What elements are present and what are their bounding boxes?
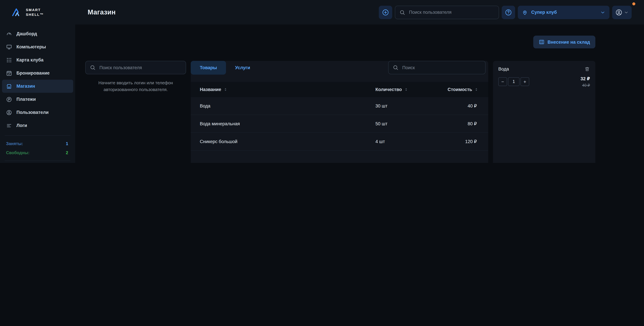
page-title: Магазин	[88, 9, 116, 16]
chevron-down-icon	[600, 10, 606, 15]
stat-busy: Заняты: 1	[0, 139, 75, 148]
dashboard-icon	[6, 31, 12, 37]
help-button[interactable]	[502, 6, 515, 19]
catalog-search-input[interactable]	[402, 65, 481, 70]
top-header: SMART SHELL™ Магазин	[0, 0, 644, 25]
sidebar-item-label: Логи	[16, 123, 27, 128]
logo: SMART SHELL™	[11, 7, 75, 17]
sidebar-item-label: Компьютеры	[16, 44, 46, 49]
sidebar-item-dashboard[interactable]: Дашборд	[2, 27, 73, 40]
quantity-stepper: − 1 +	[498, 77, 529, 88]
sidebar-item-shop[interactable]: Магазин	[2, 80, 73, 93]
sidebar-item-payments[interactable]: Платежи	[2, 93, 73, 106]
product-row[interactable]: Сникерс большой 4 шт 120 ₽	[191, 133, 488, 150]
search-icon	[399, 9, 405, 15]
sort-icon	[224, 88, 227, 91]
sidebar: Дашборд Компьютеры Кар	[0, 25, 75, 163]
smartshell-app: SMART SHELL™ Магазин	[0, 0, 644, 163]
header-actions: Супер клуб	[379, 6, 632, 19]
payments-icon	[6, 96, 12, 102]
location-pin-icon	[522, 9, 528, 15]
stock-intake-button[interactable]: Внесение на склад	[533, 36, 595, 48]
catalog-search	[388, 61, 486, 74]
products-sort-price[interactable]: Стоимость	[421, 87, 488, 92]
product-row[interactable]: Вода минеральная 50 шт 80 ₽	[191, 115, 488, 133]
main-content: Внесение на склад Начните вводить логин	[75, 25, 644, 163]
stat-free: Свободны: 2	[0, 148, 75, 157]
chevron-down-icon	[624, 10, 628, 15]
user-discount-column: Начните вводить логин или телефон автори…	[85, 61, 186, 163]
sidebar-item-label: Бронирование	[16, 71, 50, 76]
users-icon	[6, 109, 12, 115]
club-name: Супер клуб	[531, 10, 557, 15]
cart-item-name: Вода	[498, 67, 509, 72]
divider	[5, 135, 70, 136]
sidebar-item-booking[interactable]: Бронирование	[2, 67, 73, 80]
search-icon	[90, 65, 96, 71]
account-icon	[615, 9, 622, 16]
increase-quantity-button[interactable]: +	[520, 77, 529, 86]
header-user-search-input[interactable]	[408, 10, 494, 15]
item-old-price: 40 ₽	[580, 83, 590, 88]
sidebar-item-users[interactable]: Пользователи	[2, 106, 73, 119]
products-table-header: Название Количество	[191, 82, 488, 97]
remove-item-button[interactable]	[584, 66, 590, 72]
help-icon	[505, 9, 512, 16]
sidebar-item-label: Платежи	[16, 97, 36, 102]
trash-icon	[584, 66, 590, 72]
user-search-header	[395, 6, 499, 19]
sidebar-item-logs[interactable]: Логи	[2, 119, 73, 132]
logo-text: SMART SHELL™	[26, 8, 44, 17]
user-search-input[interactable]	[99, 65, 182, 70]
grid-icon	[6, 57, 12, 63]
product-row[interactable]: Вода 30 шт 40 ₽	[191, 97, 488, 115]
divider	[5, 161, 70, 161]
sidebar-item-computers[interactable]: Компьютеры	[2, 40, 73, 53]
warehouse-icon	[538, 39, 544, 45]
tab-services[interactable]: Услуги	[226, 61, 259, 75]
tab-goods[interactable]: Товары	[191, 61, 226, 75]
calendar-icon	[6, 70, 12, 76]
notification-dot	[632, 2, 635, 5]
account-menu-button[interactable]	[612, 6, 632, 19]
shop-icon	[6, 83, 12, 89]
sidebar-item-label: Пользователи	[16, 110, 49, 115]
computers-icon	[6, 44, 12, 50]
sort-icon	[474, 88, 478, 91]
decrease-quantity-button[interactable]: −	[498, 77, 507, 86]
sort-icon	[404, 88, 408, 91]
sidebar-item-label: Дашборд	[16, 31, 37, 36]
catalog-panel: Товары Услуги	[191, 61, 488, 163]
search-icon	[392, 65, 398, 71]
quantity-value: 1	[508, 77, 520, 86]
sidebar-item-club-map[interactable]: Карта клуба	[2, 53, 73, 67]
cart-panel: Вода − 1	[493, 61, 595, 163]
smartshell-logo-icon	[11, 7, 22, 17]
item-price: 32 ₽	[580, 76, 590, 81]
sidebar-item-label: Магазин	[16, 84, 35, 89]
products-sort-quantity[interactable]: Количество	[368, 87, 421, 92]
club-selector[interactable]: Супер клуб	[518, 6, 610, 19]
user-search-panel	[85, 61, 186, 74]
sidebar-item-label: Карта клуба	[16, 58, 44, 63]
add-button[interactable]	[379, 6, 392, 19]
catalog-tabs: Товары Услуги	[191, 61, 259, 75]
products-sort-name[interactable]: Название	[191, 87, 367, 92]
plus-circle-icon	[382, 9, 389, 16]
logs-icon	[6, 122, 12, 129]
user-search-hint: Начните вводить логин или телефон автори…	[89, 80, 182, 93]
